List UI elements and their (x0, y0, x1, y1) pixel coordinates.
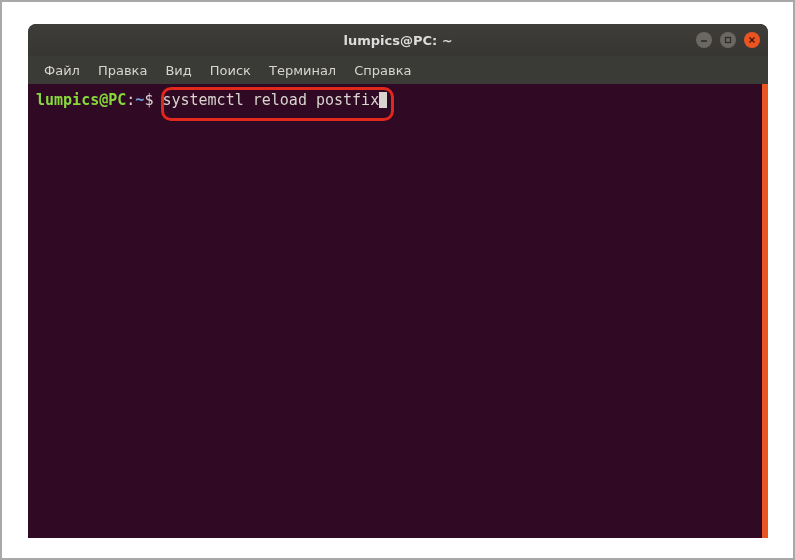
command-text: systemctl reload postfix (162, 90, 379, 110)
menu-terminal[interactable]: Терминал (261, 59, 344, 82)
prompt-dollar: $ (144, 90, 162, 110)
close-icon (748, 36, 756, 44)
prompt-colon: : (126, 90, 135, 110)
menu-view[interactable]: Вид (157, 59, 199, 82)
maximize-button[interactable] (720, 32, 736, 48)
titlebar[interactable]: lumpics@PC: ~ (28, 24, 768, 56)
menu-help[interactable]: Справка (346, 59, 419, 82)
minimize-button[interactable] (696, 32, 712, 48)
menu-search[interactable]: Поиск (202, 59, 259, 82)
window-title: lumpics@PC: ~ (343, 33, 452, 48)
maximize-icon (724, 36, 732, 44)
scrollbar-strip[interactable] (762, 84, 768, 538)
terminal-body[interactable]: lumpics@PC:~$ systemctl reload postfix (28, 84, 768, 538)
cursor-icon (379, 92, 387, 108)
prompt-line: lumpics@PC:~$ systemctl reload postfix (36, 90, 760, 110)
minimize-icon (700, 36, 708, 44)
prompt-user: lumpics@PC (36, 90, 126, 110)
close-button[interactable] (744, 32, 760, 48)
menu-edit[interactable]: Правка (90, 59, 155, 82)
terminal-window: lumpics@PC: ~ Файл Правка Вид Поиск Терм… (28, 24, 768, 538)
menu-file[interactable]: Файл (36, 59, 88, 82)
menubar: Файл Правка Вид Поиск Терминал Справка (28, 56, 768, 84)
window-controls (696, 32, 760, 48)
prompt-path: ~ (135, 90, 144, 110)
svg-rect-1 (726, 38, 731, 43)
